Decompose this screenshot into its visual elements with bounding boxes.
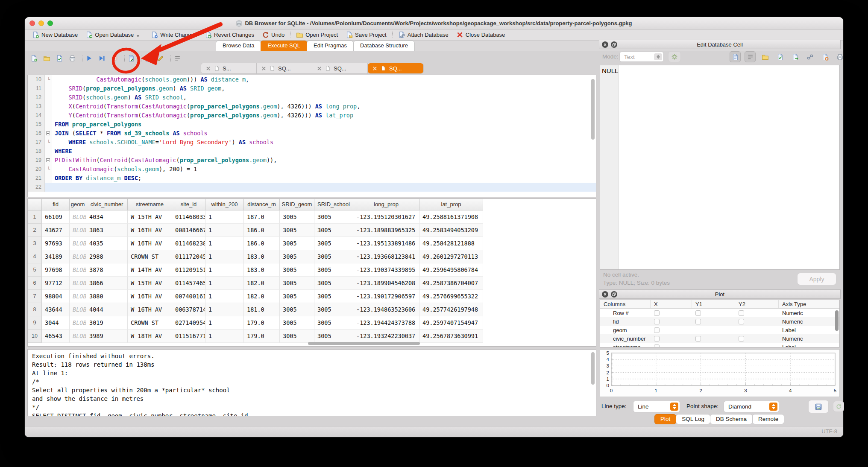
reload-plot-button[interactable] xyxy=(833,401,844,412)
cell-civic_number[interactable]: 3863 xyxy=(86,224,128,237)
execute-current-line-icon[interactable] xyxy=(97,53,106,63)
row-number[interactable]: 1 xyxy=(28,210,42,224)
cell-geom[interactable]: BLOB xyxy=(70,237,86,250)
cell-fid[interactable]: 34189 xyxy=(42,250,70,263)
cell-fid[interactable]: 97698 xyxy=(42,263,70,277)
cell-within_200[interactable]: 1 xyxy=(205,237,244,250)
dock-tab-remote[interactable]: Remote xyxy=(752,414,784,424)
attach-database-button[interactable]: Attach Database xyxy=(394,30,452,40)
save-sql-file-icon[interactable] xyxy=(55,53,64,63)
cell-lat_prop[interactable]: 49.2577426197948 xyxy=(419,303,483,316)
cell-within_200[interactable]: 1 xyxy=(205,303,244,316)
column-header-streetname[interactable]: streetname xyxy=(128,199,172,210)
stop-execution-icon[interactable] xyxy=(110,53,119,63)
cell-geom[interactable]: BLOB xyxy=(70,330,86,343)
column-header-within_200[interactable]: within_200 xyxy=(205,199,244,210)
cell-within_200[interactable]: 1 xyxy=(205,330,244,343)
open-project-button[interactable]: Open Project xyxy=(292,30,342,40)
tab-execute-sql[interactable]: Execute SQL xyxy=(261,41,307,51)
cell-long_prop[interactable]: -123.189904546208 xyxy=(353,277,419,290)
column-header-SRID_geom[interactable]: SRID_geom xyxy=(280,199,314,210)
cell-lat_prop[interactable]: 49.2567873630991 xyxy=(419,330,483,343)
cell-long_prop[interactable]: -123.194863523606 xyxy=(353,303,419,316)
sql-editor[interactable]: 10└ CastAutomagic(schools.geom))) AS dis… xyxy=(27,75,596,197)
row-number[interactable]: 5 xyxy=(28,263,42,277)
cell-site_id[interactable]: 011468033 xyxy=(172,210,205,224)
cell-within_200[interactable]: 1 xyxy=(205,290,244,303)
cell-content-editor[interactable]: NULL xyxy=(600,65,840,270)
cell-long_prop[interactable]: -123.190172906597 xyxy=(353,290,419,303)
plot-header-y1[interactable]: Y1 xyxy=(692,300,735,308)
cell-geom[interactable]: BLOB xyxy=(70,210,86,224)
cell-civic_number[interactable]: 4034 xyxy=(86,210,128,224)
sql-tab-4[interactable]: SQ... xyxy=(368,63,423,73)
cell-long_prop[interactable]: -123.194424373788 xyxy=(353,316,419,330)
cell-lat_prop[interactable]: 49.258428121888 xyxy=(419,237,483,250)
zoom-window-button[interactable] xyxy=(47,20,53,26)
cell-streetname[interactable]: W 15TH AV xyxy=(128,277,172,290)
text-view-button[interactable] xyxy=(730,51,741,62)
close-tab-icon[interactable] xyxy=(261,66,267,71)
cell-site_id[interactable]: 008146667 xyxy=(172,224,205,237)
cell-fid[interactable]: 98804 xyxy=(42,290,70,303)
row-number[interactable]: 4 xyxy=(28,250,42,263)
column-header-fid[interactable]: fid xyxy=(42,199,70,210)
cell-fid[interactable]: 97712 xyxy=(42,277,70,290)
y1-checkbox[interactable] xyxy=(695,310,701,316)
new-database-button[interactable]: New Database xyxy=(28,30,82,40)
row-number[interactable]: 8 xyxy=(28,303,42,316)
cell-within_200[interactable]: 1 xyxy=(205,277,244,290)
row-number[interactable]: 3 xyxy=(28,237,42,250)
editor-vertical-scrollbar[interactable] xyxy=(591,79,595,140)
cell-distance_m[interactable]: 181.0 xyxy=(244,303,280,316)
close-tab-icon[interactable] xyxy=(317,66,322,71)
y2-checkbox[interactable] xyxy=(739,310,744,316)
cell-fid[interactable]: 46543 xyxy=(42,330,70,343)
x-checkbox[interactable] xyxy=(654,344,660,348)
column-header-SRID_school[interactable]: SRID_school xyxy=(314,199,353,210)
cell-distance_m[interactable]: 182.0 xyxy=(244,277,280,290)
open-in-app-button[interactable] xyxy=(804,51,815,62)
cell-streetname[interactable]: W 16TH AV xyxy=(128,303,172,316)
log-vertical-scrollbar[interactable] xyxy=(591,352,595,385)
sql-tab-2[interactable]: SQ... xyxy=(257,63,312,73)
x-checkbox[interactable] xyxy=(654,327,660,333)
cell-streetname[interactable]: W 16TH AV xyxy=(128,224,172,237)
cell-SRID_school[interactable]: 3005 xyxy=(314,290,353,303)
execution-log[interactable]: Execution finished without errors.Result… xyxy=(27,349,596,416)
cell-distance_m[interactable]: 183.0 xyxy=(244,250,280,263)
results-horizontal-scrollbar[interactable] xyxy=(308,342,420,345)
close-tab-icon[interactable] xyxy=(205,66,211,71)
tab-database-structure[interactable]: Database Structure xyxy=(353,41,415,51)
close-tab-icon[interactable] xyxy=(372,66,378,71)
column-header-geom[interactable]: geom xyxy=(70,199,86,210)
cell-long_prop[interactable]: -123.195133891486 xyxy=(353,237,419,250)
cell-geom[interactable]: BLOB xyxy=(70,290,86,303)
cell-distance_m[interactable]: 186.0 xyxy=(244,237,280,250)
cell-within_200[interactable]: 1 xyxy=(205,224,244,237)
cell-site_id[interactable]: 011516771 xyxy=(172,330,205,343)
point-shape-select[interactable]: Diamond xyxy=(724,401,779,412)
tab-edit-pragmas[interactable]: Edit Pragmas xyxy=(307,41,354,51)
cell-site_id[interactable]: 027140954 xyxy=(172,316,205,330)
cell-SRID_geom[interactable]: 3005 xyxy=(280,316,314,330)
cell-SRID_school[interactable]: 3005 xyxy=(314,263,353,277)
cell-geom[interactable]: BLOB xyxy=(70,224,86,237)
apply-button[interactable]: Apply xyxy=(797,273,836,285)
cell-distance_m[interactable]: 187.0 xyxy=(244,210,280,224)
y2-checkbox[interactable] xyxy=(739,319,744,324)
sql-tab-1[interactable]: S... xyxy=(201,63,257,73)
cell-streetname[interactable]: W 16TH AV xyxy=(128,237,172,250)
word-wrap-icon[interactable] xyxy=(173,53,182,63)
cell-geom[interactable]: BLOB xyxy=(70,303,86,316)
cell-distance_m[interactable]: 179.0 xyxy=(244,316,280,330)
float-plot-panel-icon[interactable] xyxy=(611,291,617,298)
cell-fid[interactable]: 3044 xyxy=(42,316,70,330)
y2-checkbox[interactable] xyxy=(739,336,744,341)
set-null-button[interactable] xyxy=(819,51,830,62)
cell-long_prop[interactable]: -123.189883965325 xyxy=(353,224,419,237)
cell-lat_prop[interactable]: 49.2576699655322 xyxy=(419,290,483,303)
y1-checkbox[interactable] xyxy=(695,336,701,341)
cell-lat_prop[interactable]: 49.2587386704007 xyxy=(419,277,483,290)
cell-distance_m[interactable]: 186.0 xyxy=(244,224,280,237)
